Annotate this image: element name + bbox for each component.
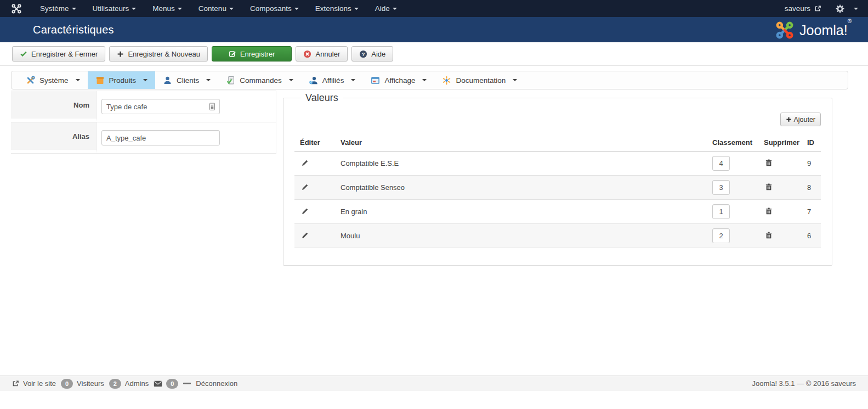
- delete-value-button[interactable]: [764, 206, 774, 218]
- component-menu-commandes[interactable]: Commandes: [218, 71, 301, 89]
- ordering-input[interactable]: [712, 180, 730, 195]
- delete-value-button[interactable]: [764, 158, 774, 170]
- logout-label: Déconnexion: [196, 379, 237, 388]
- values-legend: Valeurs: [301, 92, 343, 104]
- menu-aide[interactable]: Aide: [367, 0, 405, 17]
- admins-count-badge: 2: [109, 379, 121, 389]
- save-close-label: Enregistrer & Fermer: [31, 50, 98, 58]
- page-title: Caractéristiques: [33, 24, 114, 36]
- alias-label: Alias: [11, 122, 97, 153]
- chevron-down-icon: [132, 8, 136, 10]
- admin-footer: Voir le site 0 Visiteurs 2 Admins 0 Déco…: [0, 376, 868, 391]
- value-row: Moulu 6: [294, 224, 821, 248]
- chevron-down-icon: [513, 79, 517, 81]
- box-icon: [95, 76, 105, 85]
- user-icon: [163, 76, 172, 85]
- plus-icon: [117, 51, 124, 58]
- translate-field-icon[interactable]: [208, 103, 216, 111]
- edit-value-button[interactable]: [300, 230, 310, 242]
- footer-messages-link[interactable]: 0: [154, 379, 178, 389]
- menu-label: Menus: [152, 4, 175, 13]
- logout-dash-icon: [183, 383, 191, 384]
- svg-text:€: €: [310, 81, 312, 84]
- menu-contenu[interactable]: Contenu: [190, 0, 242, 17]
- component-menu-systeme[interactable]: Système: [18, 71, 88, 89]
- component-menu-label: Produits: [109, 76, 137, 85]
- admin-top-bar: Système Utilisateurs Menus Contenu Compo…: [0, 0, 868, 17]
- trash-icon: [765, 159, 773, 167]
- component-menu-affichage[interactable]: Affichage: [363, 71, 434, 89]
- trash-icon: [765, 183, 773, 191]
- component-menu-produits[interactable]: Produits: [88, 71, 156, 89]
- value-text: Comptatible E.S.E: [341, 159, 712, 167]
- help-button[interactable]: ? Aide: [351, 46, 393, 61]
- topbar-right: saveurs: [785, 4, 858, 13]
- col-header-id: ID: [805, 138, 821, 147]
- chevron-down-icon: [289, 79, 293, 81]
- toolbar: Enregistrer & Fermer Enregistrer & Nouve…: [0, 42, 868, 66]
- edit-value-button[interactable]: [300, 182, 310, 194]
- menu-label: Système: [40, 4, 69, 13]
- admin-menu: Système Utilisateurs Menus Contenu Compo…: [32, 0, 405, 17]
- cancel-label: Annuler: [315, 50, 340, 58]
- form-row-nom: Nom: [11, 91, 276, 122]
- menu-utilisateurs[interactable]: Utilisateurs: [84, 0, 145, 17]
- visitors-count-badge: 0: [61, 379, 73, 389]
- edit-value-button[interactable]: [300, 206, 310, 218]
- component-menu-affilies[interactable]: € Affiliés: [301, 71, 364, 89]
- ordering-input[interactable]: [712, 156, 730, 171]
- delete-value-button[interactable]: [764, 182, 774, 194]
- save-button[interactable]: Enregistrer: [212, 46, 292, 61]
- add-value-button[interactable]: Ajouter: [780, 113, 821, 126]
- save-new-button[interactable]: Enregistrer & Nouveau: [109, 46, 208, 61]
- page-header: Caractéristiques Joomla!®: [0, 17, 868, 42]
- alias-input[interactable]: [101, 130, 220, 145]
- col-header-editer: Éditer: [294, 138, 341, 147]
- component-menu-label: Affichage: [384, 76, 415, 85]
- delete-value-button[interactable]: [764, 230, 774, 242]
- value-id: 8: [805, 183, 821, 192]
- cancel-button[interactable]: Annuler: [296, 46, 348, 61]
- menu-label: Composants: [250, 4, 292, 13]
- save-close-button[interactable]: Enregistrer & Fermer: [12, 46, 105, 61]
- settings-dropdown[interactable]: [836, 4, 858, 13]
- values-table: Éditer Valeur Classement Supprimer ID Co…: [294, 134, 821, 248]
- menu-composants[interactable]: Composants: [242, 0, 307, 17]
- affiliate-icon: €: [309, 76, 318, 85]
- ordering-input[interactable]: [712, 204, 730, 219]
- save-label: Enregistrer: [240, 50, 275, 58]
- footer-view-site-link[interactable]: Voir le site: [12, 379, 56, 388]
- component-menu-label: Clients: [177, 76, 199, 85]
- value-text: Moulu: [341, 232, 712, 240]
- documentation-icon: [442, 76, 451, 85]
- menu-extensions[interactable]: Extensions: [307, 0, 367, 17]
- view-site-link[interactable]: saveurs: [785, 4, 821, 13]
- menu-menus[interactable]: Menus: [144, 0, 190, 17]
- display-icon: [371, 76, 380, 85]
- chevron-down-icon: [854, 8, 858, 10]
- values-panel: Valeurs Ajouter Éditer Valeur Classement…: [283, 92, 832, 266]
- footer-version-text: Joomla! 3.5.1 — © 2016 saveurs: [752, 379, 856, 388]
- menu-systeme[interactable]: Système: [32, 0, 84, 17]
- edit-square-icon: [229, 50, 236, 58]
- nom-label: Nom: [11, 91, 97, 122]
- footer-logout-link[interactable]: Déconnexion: [196, 379, 237, 388]
- admins-label: Admins: [125, 379, 149, 388]
- chevron-down-icon: [143, 79, 147, 81]
- component-menu-documentation[interactable]: Documentation: [434, 71, 525, 89]
- ordering-input[interactable]: [712, 228, 730, 243]
- footer-visitors-link[interactable]: 0 Visiteurs: [61, 379, 104, 389]
- chevron-down-icon: [393, 8, 397, 10]
- joomla-glyph-icon[interactable]: [11, 3, 22, 14]
- footer-admins-link[interactable]: 2 Admins: [109, 379, 149, 389]
- component-menu-clients[interactable]: Clients: [155, 71, 218, 89]
- chevron-down-icon: [72, 8, 76, 10]
- add-value-label: Ajouter: [793, 116, 815, 124]
- value-row: Comptatible E.S.E 9: [294, 152, 821, 176]
- chevron-down-icon: [178, 8, 182, 10]
- nom-input[interactable]: [101, 99, 220, 114]
- edit-value-button[interactable]: [300, 158, 310, 170]
- col-header-supprimer: Supprimer: [763, 138, 805, 147]
- save-new-label: Enregistrer & Nouveau: [128, 50, 200, 58]
- value-id: 6: [805, 232, 821, 240]
